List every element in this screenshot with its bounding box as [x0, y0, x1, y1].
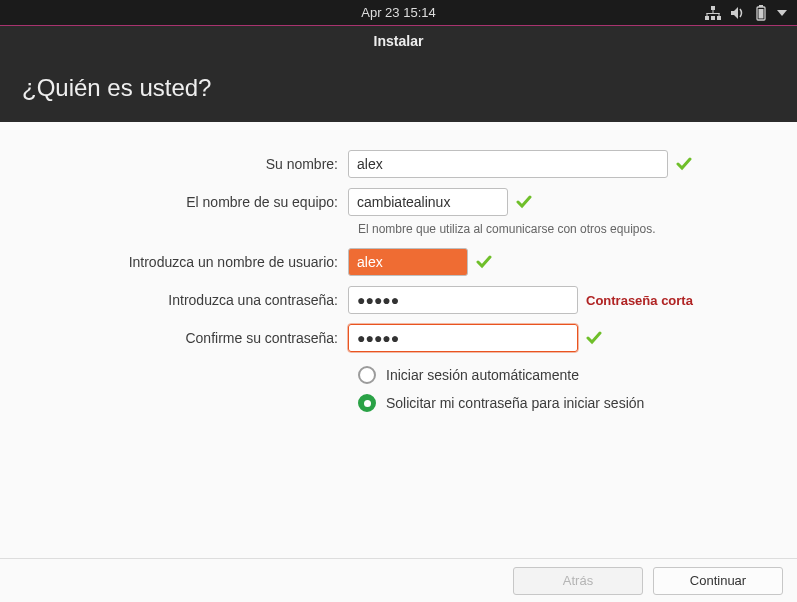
window-title: Instalar: [374, 33, 424, 49]
confirm-password-input[interactable]: [348, 324, 578, 352]
confirm-label: Confirme su contraseña:: [28, 330, 348, 346]
volume-icon[interactable]: [731, 6, 745, 20]
footer: Atrás Continuar: [0, 558, 797, 602]
page-title: ¿Quién es usted?: [22, 74, 211, 101]
require-password-label: Solicitar mi contraseña para iniciar ses…: [386, 395, 644, 411]
password-label: Introduzca una contraseña:: [28, 292, 348, 308]
name-input[interactable]: [348, 150, 668, 178]
svg-rect-6: [707, 13, 708, 16]
password-warning: Contraseña corta: [586, 293, 693, 308]
check-icon: [476, 254, 492, 270]
form-content: Su nombre: El nombre de su equipo: El no…: [0, 122, 797, 412]
svg-rect-0: [711, 6, 715, 10]
hostname-help: El nombre que utiliza al comunicarse con…: [358, 222, 769, 236]
svg-marker-8: [731, 7, 738, 19]
auto-login-option[interactable]: Iniciar sesión automáticamente: [358, 366, 769, 384]
continue-button[interactable]: Continuar: [653, 567, 783, 595]
hostname-input[interactable]: [348, 188, 508, 216]
check-icon: [586, 330, 602, 346]
system-tray: [705, 5, 787, 21]
page-header: ¿Quién es usted?: [0, 56, 797, 122]
system-topbar: Apr 23 15:14: [0, 0, 797, 26]
battery-icon[interactable]: [755, 5, 767, 21]
svg-rect-7: [719, 13, 720, 16]
window-titlebar: Instalar: [0, 26, 797, 56]
radio-unselected-icon: [358, 366, 376, 384]
svg-marker-12: [777, 10, 787, 16]
check-icon: [676, 156, 692, 172]
svg-rect-3: [717, 16, 721, 20]
svg-rect-5: [707, 13, 720, 14]
radio-selected-icon: [358, 394, 376, 412]
auto-login-label: Iniciar sesión automáticamente: [386, 367, 579, 383]
name-label: Su nombre:: [28, 156, 348, 172]
network-icon[interactable]: [705, 6, 721, 20]
check-icon: [516, 194, 532, 210]
svg-rect-1: [705, 16, 709, 20]
clock: Apr 23 15:14: [361, 5, 435, 20]
username-input[interactable]: [348, 248, 468, 276]
username-label: Introduzca un nombre de usuario:: [28, 254, 348, 270]
dropdown-caret-icon[interactable]: [777, 10, 787, 16]
back-button: Atrás: [513, 567, 643, 595]
password-input[interactable]: [348, 286, 578, 314]
hostname-label: El nombre de su equipo:: [28, 194, 348, 210]
require-password-option[interactable]: Solicitar mi contraseña para iniciar ses…: [358, 394, 769, 412]
svg-rect-11: [759, 9, 764, 19]
svg-rect-10: [759, 5, 763, 7]
svg-rect-2: [711, 16, 715, 20]
